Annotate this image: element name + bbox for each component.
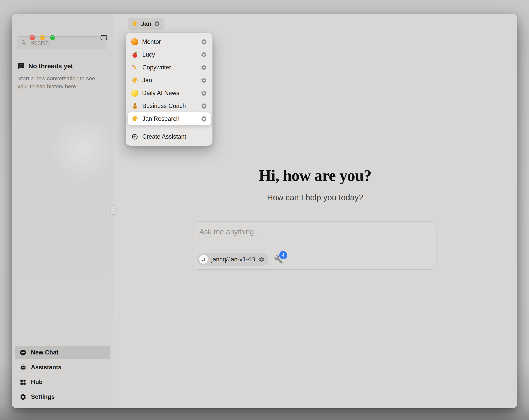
gear-icon[interactable] bbox=[201, 90, 207, 96]
create-assistant-label: Create Assistant bbox=[142, 133, 207, 140]
menu-divider bbox=[129, 128, 209, 128]
search-icon bbox=[21, 39, 27, 46]
main-area: Jan Mentor Lucy Copywriter Jan bbox=[113, 14, 517, 408]
gear-icon[interactable] bbox=[201, 103, 207, 109]
tools-count-badge: 4 bbox=[279, 251, 287, 259]
assistant-menu-item-business-coach[interactable]: Business Coach bbox=[128, 100, 211, 112]
chat-composer[interactable]: J janhq/Jan-v1-4B 4 bbox=[193, 221, 436, 270]
empty-state-title: No threads yet bbox=[28, 62, 73, 70]
sidebar-item-new-chat[interactable]: New Chat bbox=[15, 346, 110, 359]
assistant-label: Mentor bbox=[142, 38, 197, 45]
orange-circle-icon bbox=[131, 38, 138, 45]
gear-icon[interactable] bbox=[154, 21, 160, 27]
model-name: janhq/Jan-v1-4B bbox=[211, 256, 255, 263]
assistant-label: Jan Research bbox=[142, 115, 197, 122]
threads-empty-state: No threads yet Start a new conversation … bbox=[17, 62, 103, 91]
assistant-menu: Mentor Lucy Copywriter Jan Daily AI News bbox=[126, 33, 212, 146]
nav-label: Hub bbox=[31, 379, 43, 386]
sidebar-resize-handle[interactable] bbox=[111, 205, 116, 215]
chat-bubble-icon bbox=[17, 62, 25, 70]
yellow-circle-icon bbox=[131, 90, 138, 97]
sidebar: No threads yet Start a new conversation … bbox=[12, 14, 113, 408]
greeting-subtitle: How can I help you today? bbox=[113, 193, 517, 202]
nav-label: Assistants bbox=[31, 364, 61, 371]
new-chat-plus-icon bbox=[19, 349, 27, 356]
hub-grid-icon bbox=[19, 379, 27, 386]
assistant-menu-item-jan-research[interactable]: Jan Research bbox=[128, 112, 211, 125]
gear-icon bbox=[19, 393, 27, 401]
assistant-label: Copywriter bbox=[142, 64, 197, 71]
create-assistant-button[interactable]: Create Assistant bbox=[128, 130, 211, 143]
sidebar-item-hub[interactable]: Hub bbox=[15, 375, 110, 389]
assistant-label: Business Coach bbox=[142, 102, 197, 109]
apple-icon bbox=[131, 51, 138, 58]
gear-icon[interactable] bbox=[201, 77, 207, 84]
empty-state-description: Start a new conversation to see your thr… bbox=[17, 74, 102, 91]
assistant-selector[interactable]: Jan bbox=[128, 18, 164, 30]
gear-icon[interactable] bbox=[201, 39, 207, 45]
wave-hand-icon bbox=[131, 77, 138, 84]
greeting: Hi, how are you? How can I help you toda… bbox=[113, 166, 517, 202]
assistant-menu-item-daily-ai-news[interactable]: Daily AI News bbox=[128, 87, 211, 100]
money-bag-icon bbox=[131, 102, 138, 110]
sidebar-nav: New Chat Assistants Hub Settings bbox=[15, 346, 110, 404]
nav-label: Settings bbox=[31, 393, 55, 400]
drag-dots-icon bbox=[112, 207, 115, 213]
assistant-menu-item-jan[interactable]: Jan bbox=[128, 74, 211, 87]
gear-icon[interactable] bbox=[201, 116, 207, 122]
greeting-title: Hi, how are you? bbox=[113, 166, 517, 185]
model-selector[interactable]: J janhq/Jan-v1-4B bbox=[197, 253, 269, 266]
assistant-label: Daily AI News bbox=[142, 90, 197, 97]
pencil-icon bbox=[131, 64, 138, 71]
app-window: No threads yet Start a new conversation … bbox=[12, 14, 517, 408]
gear-icon[interactable] bbox=[201, 64, 207, 71]
composer-toolbar: J janhq/Jan-v1-4B 4 bbox=[197, 253, 283, 266]
assistants-icon bbox=[19, 364, 27, 371]
tools-button[interactable]: 4 bbox=[274, 255, 283, 264]
chat-input[interactable] bbox=[199, 227, 430, 246]
nav-label: New Chat bbox=[31, 349, 58, 356]
sidebar-item-settings[interactable]: Settings bbox=[15, 390, 110, 404]
assistant-menu-item-copywriter[interactable]: Copywriter bbox=[128, 61, 211, 74]
wave-hand-icon bbox=[131, 115, 138, 122]
model-avatar: J bbox=[199, 255, 208, 264]
assistant-menu-item-lucy[interactable]: Lucy bbox=[128, 48, 211, 61]
search-field[interactable] bbox=[17, 36, 106, 49]
gear-icon[interactable] bbox=[258, 256, 265, 263]
plus-circle-icon bbox=[131, 133, 138, 140]
assistant-label: Lucy bbox=[142, 51, 197, 58]
assistant-label: Jan bbox=[142, 77, 197, 84]
wave-hand-icon bbox=[131, 20, 138, 27]
assistant-name: Jan bbox=[141, 20, 151, 27]
sidebar-item-assistants[interactable]: Assistants bbox=[15, 361, 110, 374]
assistant-menu-item-mentor[interactable]: Mentor bbox=[128, 35, 211, 48]
gear-icon[interactable] bbox=[201, 52, 207, 58]
search-input[interactable] bbox=[30, 39, 103, 46]
